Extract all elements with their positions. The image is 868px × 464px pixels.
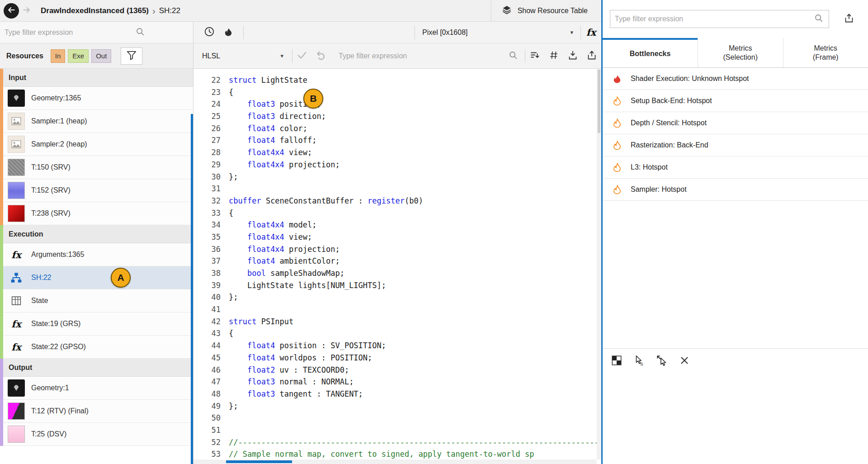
code-text: };: [229, 171, 238, 183]
section-header-execution: Execution: [3, 225, 193, 243]
download-icon: [567, 50, 578, 62]
scrollbar-thumb[interactable]: [226, 460, 292, 463]
resource-item-arguments-1365[interactable]: fxArguments:1365: [3, 243, 193, 266]
code-text: {: [229, 327, 233, 340]
bottleneck-row-sampler-hotspot[interactable]: Sampler: Hotspot: [603, 179, 868, 201]
breadcrumb-resource[interactable]: SH:22: [159, 6, 180, 15]
cursor-pixel-select-button[interactable]: S: [632, 354, 647, 369]
back-button[interactable]: [4, 3, 19, 19]
pixel-selector-dropdown[interactable]: Pixel [0x1608] ▾: [415, 22, 580, 43]
resource-item-geometry-1[interactable]: Geometry:1: [3, 377, 193, 400]
filter-funnel-button[interactable]: [121, 47, 142, 65]
line-number: 48: [199, 388, 221, 400]
code-horizontal-scrollbar[interactable]: [193, 459, 597, 464]
resource-item-t-150-srv[interactable]: T:150 (SRV): [3, 156, 193, 179]
grid-hash-button[interactable]: [544, 47, 563, 65]
undo-button[interactable]: [311, 47, 330, 65]
fx-button[interactable]: fx: [581, 22, 601, 43]
code-line-34: 34 float4x4 model;: [199, 219, 601, 231]
bottleneck-row-depth-stencil-hotspot[interactable]: Depth / Stencil: Hotspot: [603, 112, 868, 134]
tab-bottlenecks[interactable]: Bottlenecks: [603, 38, 698, 67]
clock-icon: [203, 26, 215, 39]
sort-lines-button[interactable]: [525, 47, 544, 65]
resource-item-t-238-srv[interactable]: T:238 (SRV): [3, 202, 193, 225]
bottleneck-row-l3-hotspot[interactable]: L3: Hotspot: [603, 156, 868, 179]
history-clock-button[interactable]: [200, 24, 219, 42]
code-line-41: 41: [199, 303, 601, 316]
chevron-down-icon: ▾: [280, 52, 283, 59]
resource-item-state-19-grs[interactable]: fxState:19 (GRS): [3, 312, 193, 336]
line-number: 24: [199, 98, 221, 110]
code-line-50: 50: [199, 412, 601, 424]
resource-item-sampler-2-heap[interactable]: Sampler:2 (heap): [3, 133, 193, 156]
hotness-flame-button[interactable]: [219, 24, 238, 42]
line-number: 42: [199, 316, 221, 328]
resource-item-t-152-srv[interactable]: T:152 (SRV): [3, 179, 193, 202]
toggle-in-button[interactable]: In: [51, 49, 66, 63]
code-line-51: 51: [199, 424, 601, 436]
layers-icon: [501, 5, 512, 17]
code-line-47: 47 float3 normal : NORMAL;: [199, 376, 601, 388]
breadcrumb: DrawIndexedInstanced (1365) › SH:22: [41, 6, 180, 15]
forward-button[interactable]: [19, 3, 34, 19]
resource-item-geometry-1365[interactable]: Geometry:1365: [3, 87, 193, 110]
code-line-37: 37 float4 ambientColor;: [199, 255, 601, 267]
resource-item-t-25-dsv[interactable]: T:25 (DSV): [3, 423, 193, 446]
resource-item-label: T:12 (RTV) (Final): [31, 407, 89, 415]
hotspot-flame-icon: [612, 162, 623, 173]
scrollbar-thumb[interactable]: [598, 70, 600, 133]
metrics-tabs: BottlenecksMetrics(Selection)Metrics(Fra…: [603, 38, 868, 68]
resource-item-t-12-rtv-final[interactable]: T:12 (RTV) (Final): [3, 400, 193, 423]
code-vertical-scrollbar[interactable]: [597, 69, 601, 459]
code-line-48: 48 float3 tangent : TANGENT;: [199, 388, 601, 400]
hotspot-flame-icon: [612, 184, 623, 195]
code-text: float3 tangent : TANGENT;: [229, 388, 363, 400]
resource-item-label: T:152 (SRV): [31, 186, 71, 194]
apply-button[interactable]: [292, 47, 311, 65]
line-number: 33: [199, 207, 221, 219]
language-dropdown[interactable]: HLSL ▾: [193, 43, 292, 68]
resource-list: InputGeometry:1365Sampler:1 (heap)Sample…: [0, 69, 193, 464]
export-metrics-button[interactable]: [841, 11, 857, 27]
line-number: 51: [199, 424, 221, 436]
metrics-filter-input[interactable]: [615, 15, 813, 23]
toggle-exe-button[interactable]: Exe: [68, 49, 89, 63]
resource-item-sh-22[interactable]: SH:22A: [3, 266, 193, 289]
marker-B: B: [303, 89, 323, 109]
fx-icon: fx: [8, 338, 25, 355]
code-text: bool sampleShadowMap;: [229, 267, 344, 279]
hash-icon: [548, 50, 559, 62]
show-resource-table-button[interactable]: Show Resource Table: [491, 0, 601, 21]
resource-item-state-22-gpso[interactable]: fxState:22 (GPSO): [3, 336, 193, 359]
bottleneck-row-rasterization-back-end[interactable]: Rasterization: Back-End: [603, 134, 868, 156]
code-line-36: 36 float4x4 projection;: [199, 243, 601, 256]
toggle-out-button[interactable]: Out: [91, 49, 111, 63]
pixel-diff-button[interactable]: [609, 354, 624, 369]
resource-item-sampler-1-heap[interactable]: Sampler:1 (heap): [3, 110, 193, 133]
export-shader-button[interactable]: [582, 47, 601, 65]
tab-metrics-frame[interactable]: Metrics(Frame): [783, 38, 868, 67]
bottleneck-row-shader-execution-unknown-hotspot[interactable]: Shader Execution: Unknown Hotspot: [603, 68, 868, 90]
resource-item-state[interactable]: State: [3, 289, 193, 312]
clear-selection-button[interactable]: [677, 354, 692, 369]
show-resource-table-label: Show Resource Table: [518, 7, 588, 15]
tab-metrics-selection[interactable]: Metrics(Selection): [698, 38, 783, 67]
resources-filter-input[interactable]: [5, 28, 135, 37]
line-number: 29: [199, 159, 221, 171]
code-line-29: 29 float4x4 projection;: [199, 159, 601, 171]
code-line-42: 42struct PSInput: [199, 316, 601, 328]
resource-list-scrollbar[interactable]: [191, 114, 193, 464]
resources-header-row: Resources In Exe Out: [0, 43, 193, 69]
cursor-pick-button[interactable]: [654, 354, 670, 369]
metrics-footer-toolbar: S: [603, 348, 868, 374]
code-text: {: [229, 86, 233, 99]
code-filter-input[interactable]: [330, 52, 508, 60]
shader-code-editor[interactable]: 22struct LightState23{24 float3 position…: [193, 69, 601, 464]
code-line-23: 23{: [199, 86, 601, 99]
line-number: 50: [199, 412, 221, 424]
toolbar-divider: [243, 26, 244, 39]
resource-item-label: T:238 (SRV): [31, 209, 71, 218]
download-shader-button[interactable]: [563, 47, 582, 65]
bottleneck-row-setup-back-end-hotspot[interactable]: Setup Back-End: Hotspot: [603, 90, 868, 112]
breadcrumb-event[interactable]: DrawIndexedInstanced (1365): [41, 6, 149, 15]
